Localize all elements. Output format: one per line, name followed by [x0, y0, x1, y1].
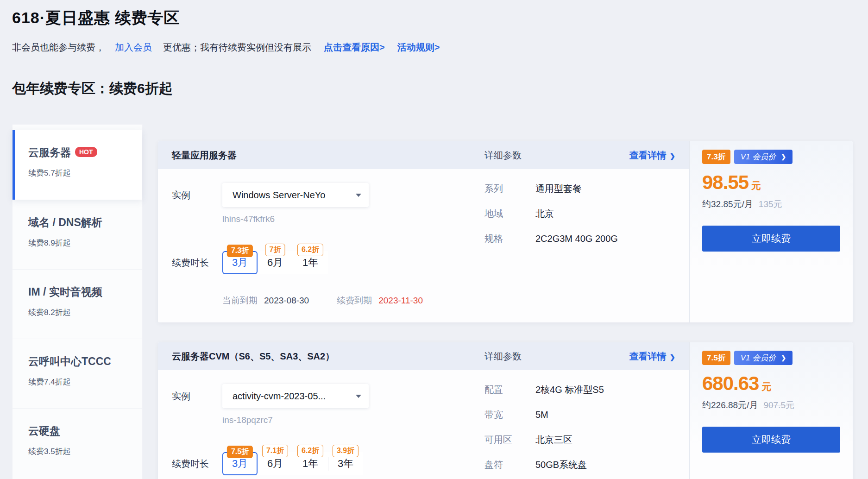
instance-label: 实例 [172, 189, 222, 202]
duration-label: 续费时长 [172, 458, 222, 470]
price-badge-row: 7.5折 V1 会员价❯ [702, 351, 840, 365]
duration-option[interactable]: 6.2折 1年 [293, 251, 328, 274]
spec-label: 带宽 [484, 409, 535, 420]
chevron-right-icon: ❯ [781, 153, 786, 160]
instance-select[interactable]: Windows Server-NeYo [222, 183, 369, 207]
duration-discount-badge: 7.5折 [227, 446, 253, 458]
monthly-line: 约226.88元/月907.5元 [702, 399, 840, 411]
sidebar-item-discount: 续费5.7折起 [28, 168, 142, 178]
sidebar-item-discount: 续费8.2折起 [28, 307, 142, 318]
price-badge-row: 7.3折 V1 会员价❯ [702, 150, 840, 164]
chevron-right-icon: ❯ [669, 353, 675, 361]
card-main: 轻量应用服务器 详细参数 查看详情❯ 实例 Windows Server-NeY… [158, 141, 689, 322]
price-amount: 98.55 [702, 171, 748, 193]
duration-discount-badge: 6.2折 [297, 244, 323, 256]
duration-options: 7.3折 3月 7折 6月 6.2折 1年 [222, 251, 328, 274]
original-price: 907.5元 [763, 400, 794, 410]
member-price-badge[interactable]: V1 会员价❯ [734, 351, 793, 365]
sidebar-item[interactable]: 云服务器HOT 续费5.7折起 [13, 130, 142, 200]
instance-select-value: Windows Server-NeYo [233, 190, 325, 201]
spec-row: 盘符 50GB系统盘 [484, 459, 604, 470]
sidebar-item-discount: 续费3.5折起 [28, 446, 142, 457]
duration-option-label: 6月 [267, 457, 283, 471]
duration-option[interactable]: 7.3折 3月 [222, 251, 258, 274]
card-header: 云服务器CVM（S6、S5、SA3、SA2） 详细参数 查看详情❯ [158, 342, 689, 370]
price-line: 680.63元 [702, 372, 840, 395]
sidebar-item-title: IM / 实时音视频 [28, 286, 102, 298]
price-panel: 7.5折 V1 会员价❯ 680.63元 约226.88元/月907.5元 立即… [689, 342, 853, 479]
duration-option[interactable]: 7折 6月 [258, 251, 293, 274]
product-card: 轻量应用服务器 详细参数 查看详情❯ 实例 Windows Server-NeY… [158, 141, 853, 322]
duration-discount-badge: 6.2折 [297, 445, 323, 457]
sidebar-item[interactable]: 云呼叫中心TCCC 续费7.4折起 [13, 339, 142, 408]
subtitle-text-2: 更优惠；我有待续费实例但没有展示 [163, 42, 311, 52]
price-panel: 7.3折 V1 会员价❯ 98.55元 约32.85元/月135元 立即续费 [689, 141, 853, 322]
spec-value: 50GB系统盘 [535, 459, 587, 470]
view-reason-link[interactable]: 点击查看原因> [324, 42, 385, 52]
duration-discount-badge: 3.9折 [333, 445, 359, 457]
activity-rules-link[interactable]: 活动规则> [397, 42, 440, 52]
duration-options: 7.5折 3月 7.1折 6月 6.2折 1年 3.9折 3年 [222, 452, 363, 475]
product-card-list: 轻量应用服务器 详细参数 查看详情❯ 实例 Windows Server-NeY… [158, 124, 853, 479]
duration-option[interactable]: 6.2折 1年 [293, 452, 328, 475]
current-expiry-date: 2023-08-30 [264, 296, 309, 305]
product-card: 云服务器CVM（S6、S5、SA3、SA2） 详细参数 查看详情❯ 实例 act… [158, 342, 853, 479]
sidebar-item-discount: 续费8.9折起 [28, 238, 142, 248]
duration-option-label: 3年 [338, 457, 353, 471]
duration-discount-badge: 7.3折 [227, 245, 253, 257]
join-member-link[interactable]: 加入会员 [115, 42, 152, 52]
instance-select-value: activity-cvm-2023-05... [233, 391, 326, 402]
spec-value: 2C2G3M 40G 200G [535, 233, 618, 244]
duration-option-label: 3月 [232, 457, 248, 471]
section-title: 包年续费专区：续费6折起 [12, 79, 868, 98]
sidebar-item[interactable]: 域名 / DNS解析 续费8.9折起 [13, 200, 142, 269]
discount-badge: 7.3折 [702, 150, 730, 164]
expiry-row: 当前到期2023-08-30续费到期2023-11-30 [222, 295, 689, 307]
price-amount: 680.63 [702, 372, 759, 394]
hot-badge: HOT [75, 147, 97, 157]
params-label: 详细参数 [484, 149, 522, 162]
duration-option-label: 6月 [267, 256, 283, 270]
spec-label: 配置 [484, 384, 535, 395]
spec-row: 系列 通用型套餐 [484, 183, 618, 194]
duration-option-label: 1年 [302, 256, 318, 270]
instance-id: lhins-47fkfrk6 [222, 214, 689, 224]
subtitle-row: 非会员也能参与续费，加入会员更优惠；我有待续费实例但没有展示点击查看原因>活动规… [12, 41, 868, 54]
spec-row: 地域 北京 [484, 208, 618, 219]
monthly-price: 约226.88元/月 [702, 400, 758, 410]
current-expiry-label: 当前到期 [222, 296, 258, 305]
spec-value: 北京三区 [535, 434, 572, 445]
sidebar-item-title: 云呼叫中心TCCC [28, 355, 111, 367]
spec-list: 配置 2核4G 标准型S5 带宽 5M 可用区 北京三区 盘符 50GB系统盘 [484, 384, 604, 479]
view-detail-link[interactable]: 查看详情❯ [629, 350, 675, 363]
caret-down-icon [356, 395, 361, 398]
renew-now-button[interactable]: 立即续费 [702, 226, 840, 252]
sidebar-item-title: 云硬盘 [28, 425, 60, 437]
sidebar-item-discount: 续费7.4折起 [28, 377, 142, 387]
member-price-badge[interactable]: V1 会员价❯ [734, 150, 793, 164]
spec-label: 盘符 [484, 459, 535, 470]
params-label: 详细参数 [484, 350, 522, 363]
renew-now-button[interactable]: 立即续费 [702, 427, 840, 453]
spec-list: 系列 通用型套餐 地域 北京 规格 2C2G3M 40G 200G [484, 183, 618, 258]
spec-row: 规格 2C2G3M 40G 200G [484, 233, 618, 244]
price-line: 98.55元 [702, 171, 840, 194]
category-sidebar: 云服务器HOT 续费5.7折起 域名 / DNS解析 续费8.9折起 IM / … [12, 124, 143, 479]
instance-label: 实例 [172, 390, 222, 403]
spec-label: 地域 [484, 208, 535, 219]
sidebar-item[interactable]: IM / 实时音视频 续费8.2折起 [13, 269, 142, 339]
sidebar-item[interactable]: 云硬盘 续费3.5折起 [13, 408, 142, 478]
renew-expiry-date: 2023-11-30 [378, 296, 423, 305]
duration-option[interactable]: 7.1折 6月 [258, 452, 293, 475]
spec-label: 系列 [484, 183, 535, 194]
instance-id: ins-18pqzrc7 [222, 415, 689, 425]
content-area: 云服务器HOT 续费5.7折起 域名 / DNS解析 续费8.9折起 IM / … [12, 124, 868, 479]
sidebar-item-title-row: 云硬盘 [28, 424, 142, 438]
duration-option[interactable]: 3.9折 3年 [328, 452, 363, 475]
spec-label: 规格 [484, 233, 535, 244]
duration-option[interactable]: 7.5折 3月 [222, 452, 258, 475]
instance-select[interactable]: activity-cvm-2023-05... [222, 384, 369, 408]
card-body: 实例 Windows Server-NeYo lhins-47fkfrk6 续费… [158, 169, 689, 322]
view-detail-link[interactable]: 查看详情❯ [629, 149, 675, 162]
chevron-right-icon: ❯ [669, 152, 675, 160]
